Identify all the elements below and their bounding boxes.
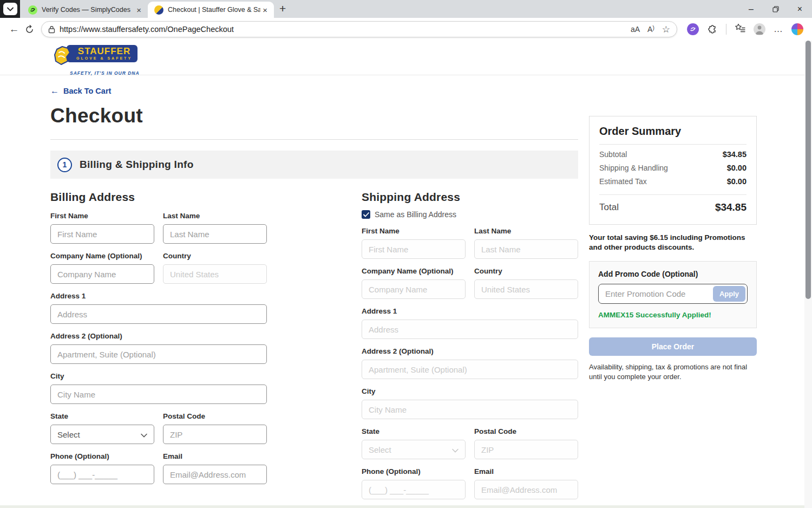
scrollbar-thumb[interactable] xyxy=(806,41,811,299)
tab-simplycodes[interactable]: Verify Codes — SimplyCodes × xyxy=(22,2,148,18)
same-as-billing-checkbox[interactable] xyxy=(362,210,370,219)
billing-address2-label: Address 2 (Optional) xyxy=(50,332,267,340)
same-as-billing-row[interactable]: Same as Billing Address xyxy=(362,210,578,219)
billing-postal-input[interactable] xyxy=(163,425,267,444)
collections-icon[interactable] xyxy=(735,23,745,35)
read-aloud-icon[interactable]: A) xyxy=(647,25,654,34)
same-as-billing-label: Same as Billing Address xyxy=(375,210,456,219)
apply-promo-button[interactable]: Apply xyxy=(713,286,745,302)
shipping-postal-label: Postal Code xyxy=(474,427,578,435)
shipping-last-name-input xyxy=(474,239,578,259)
new-tab-button[interactable]: + xyxy=(279,3,286,14)
order-summary-panel: Order Summary Subtotal $34.85 Shipping &… xyxy=(589,116,757,382)
billing-city-input[interactable] xyxy=(50,385,267,404)
tab-title: Checkout | Stauffer Glove & Safet xyxy=(168,6,260,14)
tab-title: Verify Codes — SimplyCodes xyxy=(42,6,134,14)
translate-icon[interactable]: aA xyxy=(631,25,640,34)
tab-bar: Verify Codes — SimplyCodes × Checkout | … xyxy=(0,0,812,18)
shipping-state-select: Select xyxy=(362,440,466,459)
chevron-down-icon xyxy=(141,430,147,439)
browser-toolbar: ← https://www.stauffersafety.com/OnePage… xyxy=(0,18,812,41)
scrollbar-track[interactable] xyxy=(804,41,812,508)
toolbar-divider xyxy=(726,24,726,35)
billing-address1-label: Address 1 xyxy=(50,292,267,300)
billing-address-form: Billing Address First Name Last Name xyxy=(50,191,267,505)
settings-menu-icon[interactable]: … xyxy=(774,24,783,35)
tab-actions-menu-button[interactable] xyxy=(3,3,17,15)
checkout-page: STAUFFER GLOVE & SAFETY SAFETY, IT'S IN … xyxy=(0,41,804,505)
browser-essentials-icon[interactable] xyxy=(687,23,699,35)
back-arrow-icon: ← xyxy=(50,86,59,96)
tab-close-icon[interactable]: × xyxy=(134,5,143,15)
billing-country-input xyxy=(163,264,267,284)
shipping-email-label: Email xyxy=(474,467,578,476)
back-to-cart-link[interactable]: ← Back To Cart xyxy=(50,86,111,96)
billing-email-label: Email xyxy=(163,452,267,460)
refresh-button[interactable] xyxy=(22,22,37,37)
address-bar[interactable]: https://www.stauffersafety.com/OnePageCh… xyxy=(41,21,677,37)
shipping-company-label: Company Name (Optional) xyxy=(362,267,466,275)
bottom-edge-strip xyxy=(0,505,804,508)
shipping-address1-label: Address 1 xyxy=(362,307,578,315)
shipping-country-input xyxy=(474,279,578,299)
favorite-star-icon[interactable]: ☆ xyxy=(662,24,670,35)
shipping-address1-input xyxy=(362,320,578,339)
shipping-country-label: Country xyxy=(474,267,578,275)
billing-first-name-input[interactable] xyxy=(50,224,154,244)
shipping-first-name-input xyxy=(362,239,466,259)
extensions-icon[interactable] xyxy=(707,23,718,36)
billing-last-name-label: Last Name xyxy=(163,212,267,220)
refresh-icon xyxy=(25,25,34,34)
tab-close-icon[interactable]: × xyxy=(260,5,270,15)
summary-row-tax: Estimated Tax $0.00 xyxy=(599,177,746,186)
billing-address1-input[interactable] xyxy=(50,304,267,324)
shipping-address-form: Shipping Address Same as Billing Address… xyxy=(362,191,578,505)
summary-divider xyxy=(599,194,746,195)
billing-address2-input[interactable] xyxy=(50,344,267,364)
order-disclaimer: Availability, shipping, tax & promotions… xyxy=(589,362,757,381)
maximize-button[interactable] xyxy=(763,0,788,18)
url-text[interactable]: https://www.stauffersafety.com/OnePageCh… xyxy=(60,25,623,34)
total-savings-note: Your total saving $6.15 including Promot… xyxy=(589,233,757,252)
simplycodes-favicon-icon xyxy=(28,5,37,15)
shipping-address-heading: Shipping Address xyxy=(362,191,578,204)
promo-success-message: AMMEX15 Successfully Applied! xyxy=(598,311,748,319)
billing-phone-input[interactable] xyxy=(50,465,154,484)
close-window-button[interactable]: × xyxy=(788,0,812,18)
shipping-state-label: State xyxy=(362,427,466,435)
browser-window: Verify Codes — SimplyCodes × Checkout | … xyxy=(0,0,812,508)
billing-email-input[interactable] xyxy=(163,465,267,484)
step-number-badge: 1 xyxy=(57,158,72,172)
back-button[interactable]: ← xyxy=(6,22,22,37)
billing-postal-label: Postal Code xyxy=(163,412,267,420)
shipping-first-name-label: First Name xyxy=(362,227,466,235)
chevron-down-icon xyxy=(452,445,459,454)
back-to-cart-label: Back To Cart xyxy=(63,87,111,95)
promo-code-label: Add Promo Code (Optional) xyxy=(598,270,748,278)
shipping-city-input xyxy=(362,400,578,419)
stauffer-logo[interactable]: STAUFFER GLOVE & SAFETY SAFETY, IT'S IN … xyxy=(51,45,140,76)
tab-checkout[interactable]: Checkout | Stauffer Glove & Safet × xyxy=(148,2,274,18)
place-order-button[interactable]: Place Order xyxy=(589,337,757,356)
summary-divider xyxy=(599,144,746,145)
site-header: STAUFFER GLOVE & SAFETY SAFETY, IT'S IN … xyxy=(0,41,804,75)
shipping-address2-input xyxy=(362,360,578,379)
billing-state-label: State xyxy=(50,412,154,420)
logo-badge: STAUFFER GLOVE & SAFETY xyxy=(67,45,137,62)
summary-row-subtotal: Subtotal $34.85 xyxy=(599,150,746,159)
billing-state-select[interactable]: Select xyxy=(50,425,154,444)
billing-city-label: City xyxy=(50,372,267,380)
tab-actions-corner xyxy=(0,0,20,18)
shipping-email-input xyxy=(474,480,578,499)
shipping-company-input xyxy=(362,279,466,299)
billing-country-label: Country xyxy=(163,252,267,260)
logo-text: STAUFFER xyxy=(76,47,132,56)
minimize-button[interactable]: – xyxy=(739,0,763,18)
copilot-icon[interactable] xyxy=(791,23,803,35)
billing-first-name-label: First Name xyxy=(50,212,154,220)
profile-avatar[interactable] xyxy=(754,23,765,35)
section-title: Billing & Shipping Info xyxy=(80,159,194,171)
summary-row-shipping: Shipping & Handling $0.00 xyxy=(599,164,746,172)
billing-last-name-input[interactable] xyxy=(163,224,267,244)
billing-company-input[interactable] xyxy=(50,264,154,284)
